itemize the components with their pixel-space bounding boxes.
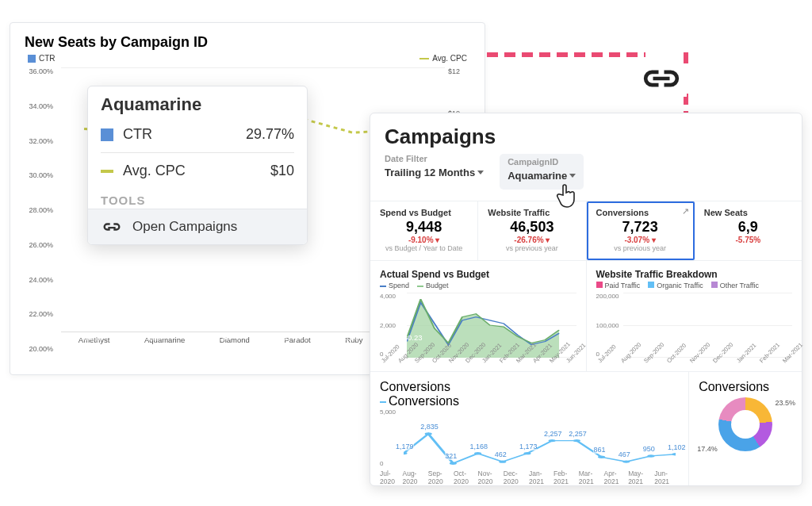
- kpi-card[interactable]: Spend vs Budget9,448-9.10% ▾vs Budget / …: [370, 201, 478, 260]
- legend-avg-cpc: Avg. CPC: [419, 54, 467, 63]
- conversions-line-chart[interactable]: Conversions Conversions 5,0000 1,1792,83…: [370, 372, 689, 485]
- open-campaigns-label: Open Campaigns: [132, 219, 237, 235]
- svg-point-7: [573, 439, 580, 442]
- mini-chart-legend: Spend Budget: [380, 282, 576, 289]
- svg-point-9: [622, 460, 630, 462]
- chevron-down-icon: [569, 174, 576, 178]
- svg-point-11: [672, 453, 676, 455]
- svg-point-8: [598, 456, 605, 458]
- traffic-breakdown-chart[interactable]: Website Traffic Breakdown Paid Traffic O…: [587, 261, 802, 371]
- kpi-card[interactable]: New Seats6,9-5.75%: [695, 201, 802, 260]
- donut-chart: [718, 397, 772, 451]
- chevron-down-icon: [477, 171, 484, 174]
- mini-chart-legend: Paid Traffic Organic Traffic Other Traff…: [596, 282, 793, 289]
- pointer-cursor-icon: [555, 182, 579, 209]
- svg-point-5: [523, 452, 530, 454]
- conversions-donut-chart[interactable]: Conversions 23.5% 17.4%: [689, 372, 802, 485]
- svg-point-0: [404, 452, 408, 454]
- svg-point-4: [499, 460, 506, 462]
- cpc-swatch-icon: [101, 170, 113, 173]
- legend-ctr: CTR: [28, 54, 56, 63]
- svg-point-3: [474, 452, 481, 454]
- actual-vs-budget-chart[interactable]: Actual Spend vs Budget Spend Budget 4,00…: [370, 261, 587, 371]
- svg-point-2: [450, 462, 457, 465]
- svg-point-1: [425, 432, 432, 435]
- campaigns-dashboard-panel: Campaigns Date Filter Trailing 12 Months…: [370, 113, 802, 486]
- kpi-card[interactable]: Website Traffic46,503-26.76% ▾vs previou…: [478, 201, 586, 260]
- svg-point-10: [647, 454, 654, 457]
- kpi-card[interactable]: ↗Conversions7,723-3.07% ▾vs previous yea…: [587, 201, 695, 260]
- y-axis-left: 36.00%34.00%32.00%30.00%28.00%26.00%24.0…: [25, 67, 56, 353]
- mini-charts-row: Actual Spend vs Budget Spend Budget 4,00…: [370, 260, 802, 371]
- date-filter[interactable]: Date Filter Trailing 12 Months: [385, 154, 484, 190]
- expand-icon: ↗: [682, 206, 689, 217]
- kpi-row: Spend vs Budget9,448-9.10% ▾vs Budget / …: [370, 201, 802, 260]
- svg-point-6: [549, 439, 556, 442]
- tooltip-popover: Aquamarine CTR 29.77% Avg. CPC $10 TOOLS…: [87, 86, 308, 245]
- mini-chart-title: Conversions: [380, 380, 679, 394]
- tooltip-cpc-row: Avg. CPC $10: [88, 156, 307, 186]
- tooltip-title: Aquamarine: [88, 86, 307, 120]
- mini-chart-title: Website Traffic Breakdown: [596, 269, 793, 280]
- tooltip-ctr-row: CTR 29.77%: [88, 120, 307, 149]
- tooltip-tools-label: TOOLS: [88, 186, 307, 209]
- chart-legend: CTR Avg. CPC: [25, 54, 470, 67]
- chart-title: New Seats by Campaign ID: [25, 34, 470, 51]
- ctr-swatch-icon: [101, 128, 113, 141]
- campaigns-title: Campaigns: [385, 125, 787, 149]
- connector-line: [487, 52, 645, 57]
- link-icon: [636, 63, 687, 97]
- filter-bar: Date Filter Trailing 12 Months CampaignI…: [385, 154, 787, 190]
- open-campaigns-button[interactable]: Open Campaigns: [88, 209, 307, 244]
- conversions-row: Conversions Conversions 5,0000 1,1792,83…: [370, 371, 802, 485]
- mini-chart-title: Conversions: [699, 380, 792, 394]
- link-icon: [101, 220, 123, 234]
- mini-chart-title: Actual Spend vs Budget: [380, 269, 576, 280]
